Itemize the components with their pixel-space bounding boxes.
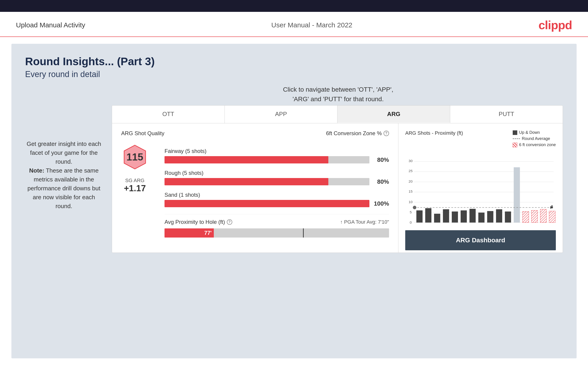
svg-text:15: 15	[409, 189, 413, 193]
arg-chart: 0 5 10 15 20 25 30	[405, 152, 556, 225]
svg-text:30: 30	[409, 159, 413, 163]
upload-manual-label: Upload Manual Activity	[16, 21, 85, 29]
tab-navigation: OTT APP ARG PUTT	[112, 106, 563, 123]
proximity-header: Avg Proximity to Hole (ft) ? ↑ PGA Tour …	[164, 219, 389, 225]
header: Upload Manual Activity User Manual - Mar…	[0, 12, 588, 37]
svg-rect-29	[531, 210, 537, 223]
right-panel: ARG Shots - Proximity (ft) Up & Down Rou…	[398, 123, 563, 253]
svg-text:25: 25	[409, 169, 413, 173]
svg-rect-22	[478, 213, 484, 223]
tab-putt[interactable]: PUTT	[450, 106, 563, 123]
chart-area: 0 5 10 15 20 25 30	[405, 152, 556, 226]
svg-rect-24	[496, 209, 502, 223]
arg-dashboard-button[interactable]: ARG Dashboard	[405, 230, 556, 250]
panel-header-subtitle: 6ft Conversion Zone % ?	[326, 130, 389, 137]
legend-box-updown	[513, 130, 517, 135]
svg-rect-30	[540, 209, 546, 223]
shot-label-fairway: Fairway (5 shots)	[164, 148, 389, 154]
svg-rect-19	[452, 212, 458, 223]
proximity-bar-fill: 77'	[164, 228, 214, 238]
svg-text:8: 8	[551, 205, 553, 209]
dashboard-panel: OTT APP ARG PUTT ARG Shot Quality 6ft Co…	[112, 105, 563, 253]
svg-rect-23	[487, 211, 493, 223]
dashboard-body: ARG Shot Quality 6ft Conversion Zone % ?	[112, 123, 563, 253]
tab-app[interactable]: APP	[225, 106, 337, 123]
tab-arg[interactable]: ARG	[337, 106, 450, 123]
sg-label: SG ARG	[125, 178, 144, 184]
section-subtitle: Every round in detail	[25, 69, 563, 79]
panel-header: ARG Shot Quality 6ft Conversion Zone % ?	[121, 130, 389, 137]
shot-bar-track-fairway	[164, 156, 369, 163]
chart-header: ARG Shots - Proximity (ft) Up & Down Rou…	[405, 130, 556, 147]
top-bar	[0, 0, 588, 12]
shot-bar-fairway: 80%	[164, 156, 389, 163]
main-content: Round Insights... (Part 3) Every round i…	[11, 44, 577, 358]
svg-rect-28	[522, 212, 529, 223]
left-description: Get greater insight into each facet of y…	[25, 140, 103, 211]
legend-hatched-6ft	[513, 143, 517, 147]
svg-text:5: 5	[410, 210, 412, 214]
svg-rect-18	[443, 209, 449, 223]
proximity-pga: ↑ PGA Tour Avg: 7'10"	[340, 219, 389, 225]
svg-text:20: 20	[409, 179, 413, 183]
legend-item-roundavg: Round Average	[513, 136, 550, 141]
legend-item-6ft: 6 ft conversion zone	[513, 142, 556, 147]
proximity-section: Avg Proximity to Hole (ft) ? ↑ PGA Tour …	[164, 214, 389, 238]
hexagon-value: 115	[126, 151, 143, 163]
shot-pct-sand: 100%	[373, 200, 389, 207]
hex-container: 115 SG ARG +1.17	[121, 143, 148, 238]
shot-bar-track-sand	[164, 200, 369, 207]
clippd-logo: clippd	[538, 18, 572, 32]
shot-label-rough: Rough (5 shots)	[164, 170, 389, 176]
shot-bar-fill-rough	[164, 178, 328, 185]
section-title: Round Insights... (Part 3)	[25, 55, 563, 68]
help-icon[interactable]: ?	[384, 131, 389, 136]
svg-rect-31	[549, 211, 555, 223]
shot-categories: Fairway (5 shots) 80% Rough (5 shots)	[156, 143, 389, 242]
proximity-title: Avg Proximity to Hole (ft) ?	[164, 219, 232, 225]
legend-dashed-roundavg	[513, 138, 520, 139]
svg-text:10: 10	[409, 200, 413, 204]
svg-rect-26	[514, 167, 520, 223]
tab-ott[interactable]: OTT	[112, 106, 225, 123]
legend-label-roundavg: Round Average	[522, 136, 550, 141]
note-label: Note:	[29, 167, 44, 174]
chart-title: ARG Shots - Proximity (ft)	[405, 130, 463, 136]
annotation-text: Click to navigate between 'OTT', 'APP', …	[283, 85, 393, 104]
left-panel: ARG Shot Quality 6ft Conversion Zone % ?	[112, 123, 398, 253]
svg-point-33	[413, 206, 416, 209]
svg-rect-17	[434, 214, 440, 223]
left-panel-inner: 115 SG ARG +1.17 Fairway (5 shots)	[121, 143, 389, 242]
shot-row-rough: Rough (5 shots) 80%	[164, 170, 389, 185]
svg-rect-20	[461, 210, 467, 223]
shot-bar-sand: 100%	[164, 200, 389, 207]
user-manual-label: User Manual - March 2022	[271, 21, 352, 29]
shot-bar-rough: 80%	[164, 178, 389, 185]
sg-value: +1.17	[124, 184, 146, 193]
shot-row-fairway: Fairway (5 shots) 80%	[164, 148, 389, 163]
shot-bar-fill-sand	[164, 200, 369, 207]
shot-row-sand: Sand (1 shots) 100%	[164, 192, 389, 207]
shot-pct-fairway: 80%	[373, 156, 389, 163]
svg-rect-25	[505, 212, 511, 223]
shot-pct-rough: 80%	[373, 178, 389, 185]
svg-text:0: 0	[410, 220, 412, 224]
shot-bar-fill-fairway	[164, 156, 328, 163]
proximity-value: 77'	[204, 230, 212, 236]
svg-rect-15	[416, 210, 423, 223]
proximity-cursor	[303, 228, 304, 238]
shot-label-sand: Sand (1 shots)	[164, 192, 389, 198]
desc-text: Get greater insight into each facet of y…	[27, 141, 101, 209]
shot-bar-track-rough	[164, 178, 369, 185]
chart-legend: Up & Down Round Average 6 ft conversion …	[513, 130, 556, 147]
legend-item-updown: Up & Down	[513, 130, 540, 135]
hexagon-badge: 115	[121, 143, 148, 171]
footer: Copyright Clippd 2021	[0, 365, 588, 367]
legend-label-updown: Up & Down	[519, 130, 540, 135]
panel-header-title: ARG Shot Quality	[121, 130, 164, 137]
proximity-help-icon[interactable]: ?	[227, 219, 232, 225]
svg-rect-21	[470, 209, 476, 223]
svg-rect-16	[425, 208, 432, 223]
legend-label-6ft: 6 ft conversion zone	[519, 142, 556, 147]
proximity-bar-track: 77'	[164, 228, 389, 238]
